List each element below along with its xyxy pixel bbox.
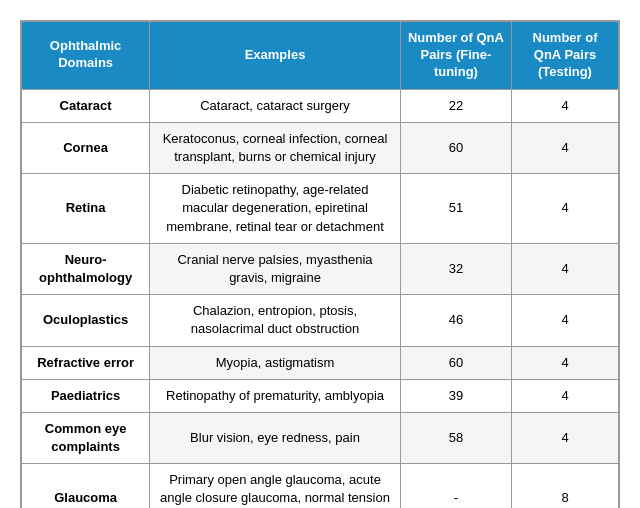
cell-examples: Keratoconus, corneal infection, corneal …: [150, 122, 401, 173]
table-row: Common eye complaintsBlur vision, eye re…: [22, 412, 619, 463]
cell-testing: 4: [512, 122, 619, 173]
cell-examples: Primary open angle glaucoma, acute angle…: [150, 464, 401, 508]
cell-testing: 4: [512, 412, 619, 463]
cell-domain: Cataract: [22, 89, 150, 122]
cell-examples: Blur vision, eye redness, pain: [150, 412, 401, 463]
table-row: Neuro-ophthalmologyCranial nerve palsies…: [22, 243, 619, 294]
table-row: RetinaDiabetic retinopathy, age-related …: [22, 174, 619, 244]
cell-fine-tuning: -: [400, 464, 511, 508]
cell-domain: Oculoplastics: [22, 295, 150, 346]
cell-testing: 4: [512, 243, 619, 294]
table-header-row: Ophthalmic Domains Examples Number of Qn…: [22, 22, 619, 90]
cell-fine-tuning: 39: [400, 379, 511, 412]
cell-testing: 4: [512, 295, 619, 346]
header-domains: Ophthalmic Domains: [22, 22, 150, 90]
table-row: PaediatricsRetinopathy of prematurity, a…: [22, 379, 619, 412]
cell-examples: Cataract, cataract surgery: [150, 89, 401, 122]
cell-testing: 4: [512, 346, 619, 379]
cell-domain: Refractive error: [22, 346, 150, 379]
header-testing: Number of QnA Pairs (Testing): [512, 22, 619, 90]
table-body: CataractCataract, cataract surgery224Cor…: [22, 89, 619, 508]
cell-fine-tuning: 22: [400, 89, 511, 122]
cell-examples: Cranial nerve palsies, myasthenia gravis…: [150, 243, 401, 294]
cell-fine-tuning: 32: [400, 243, 511, 294]
cell-fine-tuning: 58: [400, 412, 511, 463]
header-examples: Examples: [150, 22, 401, 90]
cell-examples: Chalazion, entropion, ptosis, nasolacrim…: [150, 295, 401, 346]
cell-domain: Neuro-ophthalmology: [22, 243, 150, 294]
table-row: CorneaKeratoconus, corneal infection, co…: [22, 122, 619, 173]
cell-domain: Retina: [22, 174, 150, 244]
cell-examples: Retinopathy of prematurity, amblyopia: [150, 379, 401, 412]
cell-fine-tuning: 51: [400, 174, 511, 244]
cell-fine-tuning: 60: [400, 346, 511, 379]
cell-examples: Diabetic retinopathy, age-related macula…: [150, 174, 401, 244]
header-fine-tuning: Number of QnA Pairs (Fine-tuning): [400, 22, 511, 90]
cell-testing: 8: [512, 464, 619, 508]
table-row: Refractive errorMyopia, astigmatism604: [22, 346, 619, 379]
cell-examples: Myopia, astigmatism: [150, 346, 401, 379]
ophthalmic-domains-table: Ophthalmic Domains Examples Number of Qn…: [21, 21, 619, 508]
cell-fine-tuning: 60: [400, 122, 511, 173]
cell-testing: 4: [512, 379, 619, 412]
table-row: CataractCataract, cataract surgery224: [22, 89, 619, 122]
cell-testing: 4: [512, 89, 619, 122]
main-table-wrapper: Ophthalmic Domains Examples Number of Qn…: [20, 20, 620, 508]
cell-fine-tuning: 46: [400, 295, 511, 346]
cell-domain: Cornea: [22, 122, 150, 173]
cell-domain: Paediatrics: [22, 379, 150, 412]
cell-domain: Glaucoma: [22, 464, 150, 508]
table-row: GlaucomaPrimary open angle glaucoma, acu…: [22, 464, 619, 508]
cell-testing: 4: [512, 174, 619, 244]
cell-domain: Common eye complaints: [22, 412, 150, 463]
table-row: OculoplasticsChalazion, entropion, ptosi…: [22, 295, 619, 346]
